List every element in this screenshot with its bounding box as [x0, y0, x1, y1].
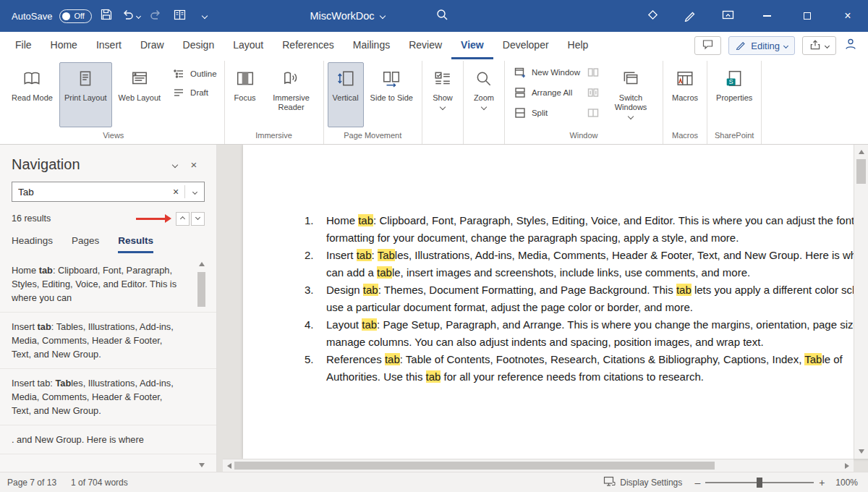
draft-button[interactable]: Draft — [167, 85, 220, 100]
chevron-up-icon — [180, 216, 185, 221]
comments-button[interactable] — [694, 36, 721, 55]
ribbon-tab-help[interactable]: Help — [558, 32, 598, 59]
display-settings-icon — [603, 475, 616, 489]
page-movement-group-label: Page Movement — [326, 130, 420, 144]
close-icon: × — [191, 158, 197, 171]
view-side-by-side-icon[interactable] — [585, 65, 601, 80]
arrange-all-button[interactable]: Arrange All — [509, 85, 584, 100]
new-window-button[interactable]: New Window — [509, 65, 584, 80]
nav-result-item[interactable]: . and New Group. Here is where — [0, 425, 216, 454]
share-button[interactable] — [802, 36, 836, 55]
nav-results-scrollbar[interactable] — [195, 259, 208, 470]
minimize-button[interactable] — [746, 0, 787, 32]
undo-button[interactable] — [121, 5, 141, 27]
maximize-button[interactable] — [787, 0, 827, 32]
nav-result-item[interactable]: Insert tab: Tables, Illustrations, Add-i… — [0, 313, 216, 369]
ribbon-tab-view[interactable]: View — [451, 32, 493, 59]
presence-person-button[interactable] — [843, 37, 858, 54]
diamond-feature-button[interactable] — [634, 0, 671, 32]
navigation-search-box[interactable]: × — [12, 182, 205, 202]
doc-text-segment: for all your reference needs from citati… — [441, 370, 704, 383]
document-page[interactable]: 1.Home tab: Clipboard, Font, Paragraph, … — [243, 145, 868, 459]
ribbon-tab-insert[interactable]: Insert — [87, 32, 131, 59]
doc-list-number: 3. — [305, 281, 326, 316]
scroll-right-icon[interactable] — [841, 459, 854, 472]
side-to-side-button[interactable]: Side to Side — [365, 62, 418, 127]
next-result-button[interactable] — [191, 212, 205, 226]
editing-mode-dropdown[interactable]: Editing — [728, 36, 795, 55]
vertical-scrollbar-thumb[interactable] — [856, 159, 866, 184]
ribbon-tab-bar: FileHomeInsertDrawDesignLayoutReferences… — [0, 32, 868, 59]
immersive-reader-button[interactable]: Immersive Reader — [263, 62, 320, 127]
previous-result-button[interactable] — [176, 212, 190, 226]
reset-window-position-icon[interactable] — [585, 106, 601, 120]
ribbon-group-sharepoint: S Properties SharePoint — [707, 61, 762, 144]
switch-windows-button[interactable]: Switch Windows — [603, 62, 659, 127]
navigation-pane-close-button[interactable]: × — [184, 157, 203, 173]
display-settings-button[interactable]: Display Settings — [596, 472, 689, 492]
properties-button[interactable]: S Properties — [711, 62, 757, 127]
book-icon-button[interactable] — [170, 5, 190, 27]
customize-quick-access-toolbar-button[interactable] — [195, 5, 215, 27]
doc-text-segment: Insert — [326, 249, 357, 261]
scroll-up-icon[interactable] — [854, 146, 868, 158]
horizontal-scrollbar-thumb[interactable] — [234, 462, 715, 470]
ribbon-tab-draw[interactable]: Draw — [131, 32, 174, 59]
chevron-down-icon — [172, 161, 178, 167]
nav-scrollbar-thumb[interactable] — [197, 272, 205, 307]
macros-button[interactable]: Macros — [667, 62, 703, 127]
navigation-pane-options-button[interactable] — [166, 157, 184, 173]
document-title[interactable]: MiscWorkDoc — [275, 0, 420, 32]
ribbon-tab-layout[interactable]: Layout — [224, 32, 273, 59]
autosave-toggle[interactable]: Off — [59, 9, 91, 23]
zoom-out-button[interactable]: – — [689, 477, 705, 488]
nav-tab-headings[interactable]: Headings — [12, 235, 53, 253]
nav-tab-pages[interactable]: Pages — [72, 235, 99, 253]
nav-tab-results[interactable]: Results — [118, 235, 153, 253]
web-layout-button[interactable]: Web Layout — [114, 62, 166, 127]
save-button[interactable] — [96, 5, 116, 27]
synchronous-scrolling-icon[interactable] — [585, 85, 601, 100]
inking-pen-button[interactable] — [671, 0, 709, 32]
scroll-up-icon[interactable] — [195, 259, 208, 269]
ribbon-tab-file[interactable]: File — [6, 32, 41, 59]
zoom-in-button[interactable]: + — [814, 477, 830, 488]
ribbon-tab-references[interactable]: References — [273, 32, 344, 59]
search-options-chevron[interactable] — [185, 190, 204, 194]
doc-text-segment: Layout — [326, 318, 362, 331]
page-number-indicator[interactable]: Page 7 of 13 — [0, 472, 64, 492]
ribbon-tab-review[interactable]: Review — [399, 32, 451, 59]
close-button[interactable]: × — [827, 0, 868, 32]
ribbon-tab-home[interactable]: Home — [41, 32, 87, 59]
redo-button[interactable] — [145, 5, 166, 27]
title-chevron-down-icon — [379, 13, 385, 19]
nav-result-item[interactable]: Home tab: Clipboard, Font, Paragraph, St… — [0, 256, 216, 313]
search-button[interactable] — [431, 5, 453, 27]
ribbon-tab-mailings[interactable]: Mailings — [344, 32, 399, 59]
zoom-percentage[interactable]: 100% — [830, 478, 868, 488]
navigation-search-input[interactable] — [12, 187, 167, 198]
show-dropdown-button[interactable]: Show — [426, 62, 459, 127]
read-mode-button[interactable]: Read Mode — [7, 62, 58, 127]
scroll-down-icon[interactable] — [195, 460, 208, 470]
clear-search-icon[interactable]: × — [167, 186, 184, 198]
vertical-scrollbar[interactable] — [854, 145, 868, 459]
print-layout-button[interactable]: Print Layout — [59, 62, 112, 127]
zoom-dropdown-button[interactable]: Zoom — [467, 62, 501, 127]
focus-button[interactable]: Focus — [229, 62, 262, 127]
ribbon-display-options-button[interactable] — [709, 0, 746, 32]
ribbon-tab-developer[interactable]: Developer — [493, 32, 558, 59]
scroll-down-icon[interactable] — [854, 446, 868, 457]
doc-text-segment: : Page Setup, Paragraph, and Arrange. Th… — [326, 318, 868, 348]
outline-button[interactable]: Outline — [167, 67, 220, 81]
chevron-down-icon — [202, 13, 208, 19]
horizontal-scrollbar[interactable] — [223, 459, 854, 472]
zoom-slider-thumb[interactable] — [757, 478, 762, 488]
zoom-slider[interactable] — [705, 472, 814, 492]
nav-result-item[interactable]: Insert tab: Tables, Illustrations, Add-i… — [0, 369, 216, 425]
word-count-indicator[interactable]: 1 of 704 words — [64, 472, 135, 492]
split-button[interactable]: Split — [509, 106, 584, 120]
vertical-button[interactable]: Vertical — [328, 62, 364, 127]
chevron-down-icon — [195, 215, 200, 220]
ribbon-tab-design[interactable]: Design — [174, 32, 224, 59]
